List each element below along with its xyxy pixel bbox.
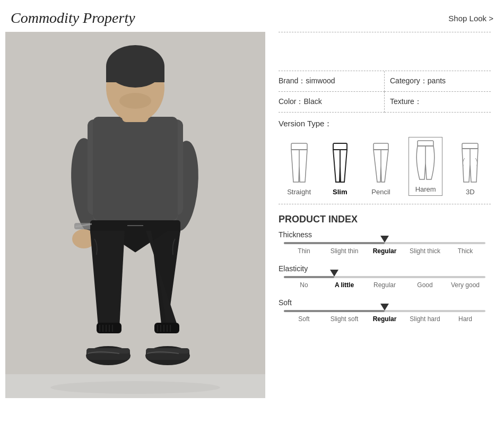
product-image (5, 32, 265, 398)
soft-track-wrapper[interactable]: Soft Slight soft Regular Slight hard Har… (279, 310, 491, 323)
version-type-label: Version Type： (279, 113, 491, 134)
elasticity-fill (284, 276, 334, 278)
elasticity-label: Elasticity (279, 264, 491, 273)
svg-rect-6 (93, 117, 178, 220)
tick-regular-soft: Regular (364, 315, 405, 323)
version-straight[interactable]: Straight (286, 142, 312, 196)
svg-rect-38 (333, 143, 347, 150)
tick-good: Good (405, 281, 445, 289)
soft-tick-labels: Soft Slight soft Regular Slight hard Har… (279, 315, 491, 323)
elasticity-track (284, 276, 485, 278)
main-content: Brand：simwood Category：pants Color：Black… (0, 32, 504, 398)
soft-thumb (380, 304, 389, 311)
color-cell: Color：Black (279, 92, 385, 113)
properties-grid: Brand：simwood Category：pants Color：Black… (279, 71, 491, 113)
3d-pants-icon (457, 142, 483, 185)
info-panel: Brand：simwood Category：pants Color：Black… (265, 32, 499, 398)
page-header: Commodity Property Shop Look > (0, 0, 504, 32)
svg-rect-40 (373, 143, 388, 150)
elasticity-thumb (330, 270, 338, 277)
version-harem[interactable]: Harem (409, 137, 442, 196)
tick-soft: Soft (284, 315, 324, 323)
product-illustration (5, 32, 265, 398)
version-types-container: Straight Slim Pencil (279, 134, 491, 204)
harem-label: Harem (415, 185, 436, 193)
tick-slight-thick: Slight thick (405, 247, 445, 255)
harem-pants-icon (412, 140, 439, 182)
product-image-panel (5, 32, 265, 398)
3d-label: 3D (466, 188, 475, 196)
brand-cell: Brand：simwood (279, 71, 385, 92)
svg-point-11 (119, 93, 151, 109)
pencil-label: Pencil (371, 188, 390, 196)
tick-regular-thickness: Regular (364, 247, 405, 255)
svg-rect-35 (5, 374, 265, 398)
straight-label: Straight (287, 188, 311, 196)
soft-slider-row: Soft Soft Slight soft Regular Slight har… (279, 298, 491, 323)
version-pencil[interactable]: Pencil (368, 142, 394, 196)
elasticity-slider-row: Elasticity No A little Regular Good Very… (279, 264, 491, 289)
tick-regular-elasticity: Regular (364, 281, 405, 289)
tick-thick: Thick (445, 247, 485, 255)
soft-fill (284, 310, 385, 312)
thickness-thumb (380, 236, 389, 243)
svg-rect-42 (418, 141, 433, 146)
product-index-title: PRODUCT INDEX (279, 204, 491, 230)
straight-pants-icon (286, 142, 312, 185)
thickness-slider-row: Thickness Thin Slight thin Regular Sligh… (279, 230, 491, 255)
thickness-tick-labels: Thin Slight thin Regular Slight thick Th… (279, 247, 491, 255)
tick-very-good: Very good (445, 281, 485, 289)
tick-slight-hard: Slight hard (405, 315, 445, 323)
tick-a-little: A little (324, 281, 364, 289)
tick-slight-soft: Slight soft (324, 315, 364, 323)
version-slim[interactable]: Slim (327, 142, 353, 196)
thickness-track-wrapper[interactable]: Thin Slight thin Regular Slight thick Th… (279, 242, 491, 255)
svg-rect-10 (106, 66, 164, 82)
tick-thin: Thin (284, 247, 324, 255)
category-cell: Category：pants (385, 71, 491, 92)
elasticity-tick-labels: No A little Regular Good Very good (279, 281, 491, 289)
shop-look-link[interactable]: Shop Look > (448, 14, 493, 23)
version-3d[interactable]: 3D (457, 142, 483, 196)
thickness-track (284, 242, 485, 244)
soft-track (284, 310, 485, 312)
tick-slight-thin: Slight thin (324, 247, 364, 255)
texture-cell: Texture： (385, 92, 491, 113)
top-divider (279, 32, 491, 32)
svg-rect-44 (462, 143, 478, 149)
slim-pants-icon (327, 142, 353, 185)
slim-label: Slim (333, 188, 347, 196)
tick-no: No (284, 281, 324, 289)
pencil-pants-icon (368, 142, 394, 185)
svg-rect-36 (291, 143, 307, 150)
page-title: Commodity Property (11, 10, 135, 27)
thickness-fill (284, 242, 385, 244)
tick-hard: Hard (445, 315, 485, 323)
elasticity-track-wrapper[interactable]: No A little Regular Good Very good (279, 276, 491, 289)
